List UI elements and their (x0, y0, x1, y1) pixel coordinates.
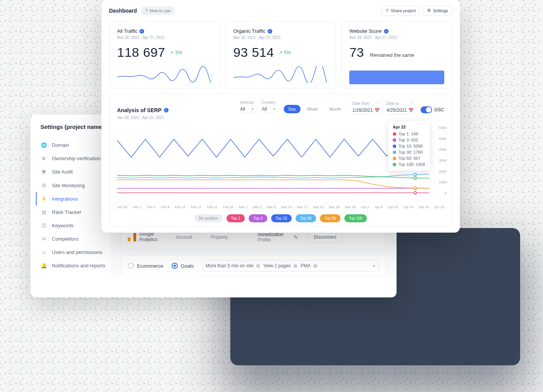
goal-tag: More than 5 min on site⊗ (206, 263, 260, 269)
date-to-input[interactable]: 4/25/2021 (387, 106, 407, 114)
x-tick: Apr 10 (388, 205, 398, 209)
goals-row: Ecommerce Goals More than 5 min on site⊗… (121, 255, 386, 276)
sidebar-item-label: Keywords (52, 223, 74, 228)
info-icon[interactable]: i (140, 29, 144, 34)
x-tick: Feb 9 (161, 205, 170, 209)
metric-value: 118 697 (117, 45, 165, 60)
tooltip-item: Top 50: 567 (393, 156, 425, 161)
gsc-toggle[interactable] (421, 106, 432, 113)
sidebar-item-site-audit[interactable]: 🕷Site Audit (36, 165, 111, 178)
remove-tag-icon[interactable]: ⊗ (313, 263, 318, 269)
sidebar-item-label: Integrations (52, 196, 78, 202)
x-tick: Jan 28 (117, 205, 127, 209)
x-tick: Mar 29 (345, 205, 355, 209)
color-swatch-icon (393, 151, 396, 154)
ga-name-line1: Google (139, 232, 157, 237)
howto-button[interactable]: ?How to use (141, 6, 174, 15)
legend-top50[interactable]: Top 50 (320, 214, 341, 222)
legend-top1[interactable]: Top 1 (227, 214, 245, 222)
card-organic-traffic: Organic Traffici Mar 28, 2021 - Apr 27, … (225, 21, 336, 88)
remove-tag-icon[interactable]: ⊗ (256, 263, 260, 269)
score-value: 73 (349, 45, 364, 60)
serp-section: Analysis of SERPi Devices:All Country:Al… (109, 94, 452, 227)
trend-value: 5% (175, 50, 182, 55)
goal-tag: PMA⊗ (301, 263, 318, 269)
x-tick: Mar 21 (313, 205, 324, 209)
svg-point-3 (414, 173, 416, 176)
goal-tag-label: PMA (301, 263, 311, 268)
calendar-icon[interactable]: 📅 (408, 108, 414, 112)
remove-tag-icon[interactable]: ⊗ (293, 263, 298, 269)
info-icon[interactable]: i (268, 29, 272, 34)
sidebar-item-label: Rank Tracker (52, 209, 81, 215)
radio-ecommerce[interactable]: Ecommerce (128, 263, 163, 269)
legend-top3[interactable]: Top 3 (249, 214, 267, 222)
radio-dot-icon (172, 263, 178, 269)
sidebar-item-integrations[interactable]: ⚡Integrations (36, 192, 111, 206)
sidebar-item-users[interactable]: ☺Users and permissions (36, 246, 111, 259)
period-month[interactable]: Month (325, 105, 346, 113)
sidebar-item-notifications[interactable]: 🔔Notifications and reports (36, 259, 111, 272)
country-select[interactable]: All (262, 105, 277, 113)
settings-button[interactable]: ⚙Settings (423, 5, 452, 16)
color-swatch-icon (393, 138, 396, 142)
period-week[interactable]: Week (303, 105, 323, 113)
edit-icon[interactable]: ✎ (291, 234, 301, 241)
ga-name-line2: Analytics (139, 237, 157, 243)
account-label: Account (176, 235, 192, 240)
tooltip-item: Top 100: 1458 (393, 162, 425, 167)
card-date: Mar 28, 2021 - Apr 27, 2021 (349, 35, 444, 40)
sidebar-item-competitors[interactable]: ⇆Competitors (36, 232, 111, 246)
calendar-icon[interactable]: 📅 (374, 108, 380, 112)
tooltip-item-label: Top 1: 148 (398, 132, 418, 136)
x-tick: Apr 18 (419, 205, 429, 209)
globe-icon: 🌐 (40, 142, 47, 148)
legend-no-position[interactable]: No position (194, 214, 223, 222)
date-from-input[interactable]: 1/28/2021 (352, 106, 373, 114)
tooltip-item-label: Top 50: 567 (398, 156, 421, 161)
settings-sidebar: 🌐Domain ♛Ownership verification 🕷Site Au… (31, 138, 111, 276)
bug-icon: 🕷 (40, 169, 47, 175)
y-tick: 2000 (439, 170, 447, 174)
sidebar-item-rank-tracker[interactable]: ▤Rank Tracker (36, 206, 111, 219)
period-day[interactable]: Day (284, 105, 300, 113)
x-tick: Mar 13 (281, 205, 292, 209)
profile-value: monetization (258, 232, 284, 237)
x-tick: Mar 17 (297, 205, 308, 209)
sidebar-item-domain[interactable]: 🌐Domain (36, 138, 111, 152)
svg-point-0 (414, 191, 416, 194)
tooltip-item: Top 30: 1768 (393, 150, 425, 154)
sidebar-item-label: Notifications and reports (52, 263, 105, 268)
sidebar-item-label: Site Monitoring (52, 183, 85, 188)
y-tick: 0 (445, 191, 447, 195)
legend-top30[interactable]: Top 30 (296, 214, 316, 222)
radio-dot-icon (128, 263, 134, 269)
metric-value: 93 514 (233, 45, 274, 60)
share-project-button[interactable]: ⇪Share project (381, 5, 420, 16)
radio-goals[interactable]: Goals (172, 263, 194, 269)
info-icon[interactable]: i (164, 108, 169, 112)
legend-top10[interactable]: Top 10 (271, 214, 292, 222)
sidebar-item-label: Competitors (52, 236, 79, 242)
svg-point-4 (414, 187, 416, 190)
y-tick: 1000 (439, 180, 447, 184)
serp-title: Analysis of SERP (117, 107, 162, 113)
rank-icon: ▤ (40, 209, 47, 215)
sidebar-item-keywords[interactable]: ⚿Keywords (36, 219, 111, 232)
devices-label: Devices: (240, 100, 255, 104)
trend-badge: ↗5% (279, 50, 291, 55)
chart-tooltip: Apr 22 Top 1: 148Top 3: 555Top 10: 5096T… (388, 120, 430, 171)
svg-point-5 (414, 177, 416, 179)
help-icon: ? (145, 8, 148, 13)
date-to-label: Date to (387, 101, 414, 106)
share-icon: ⇪ (386, 8, 389, 13)
y-tick: 3000 (439, 159, 447, 162)
legend-top100[interactable]: Top 100 (344, 214, 367, 222)
sidebar-item-ownership[interactable]: ♛Ownership verification (36, 152, 111, 165)
card-title-text: All Traffic (117, 28, 137, 34)
disconnect-button[interactable]: Disconnect (308, 231, 342, 243)
goals-select[interactable]: More than 5 min on site⊗ View 2 pages⊗ P… (202, 260, 379, 272)
info-icon[interactable]: i (384, 29, 389, 34)
sidebar-item-site-monitoring[interactable]: ⧉Site Monitoring (36, 178, 111, 192)
devices-select[interactable]: All (240, 105, 255, 113)
